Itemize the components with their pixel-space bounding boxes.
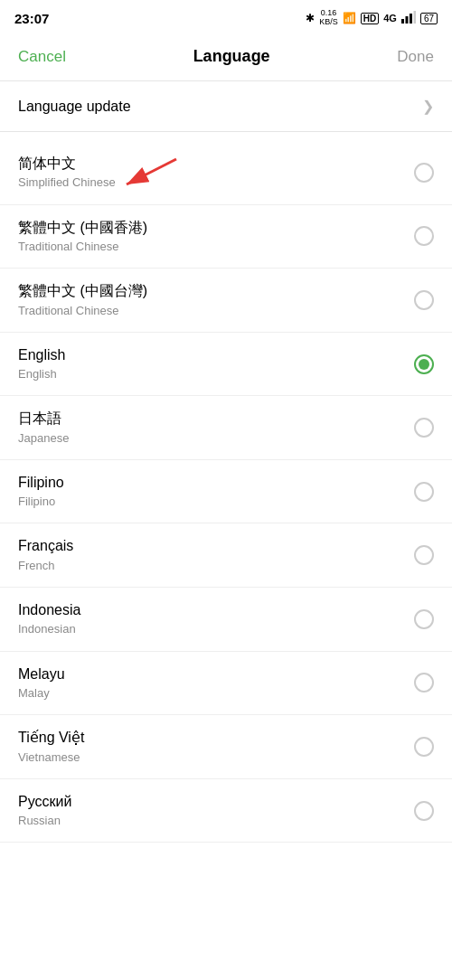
- list-item[interactable]: 简体中文 Simplified Chinese: [0, 141, 452, 205]
- page-title: Language: [193, 47, 270, 66]
- done-button[interactable]: Done: [397, 48, 434, 66]
- network-speed: 0.16KB/S: [319, 9, 338, 27]
- radio-button[interactable]: [414, 673, 434, 693]
- language-name: 简体中文: [18, 154, 116, 174]
- list-item[interactable]: Tiếng Việt Vietnamese: [0, 715, 452, 779]
- language-subtitle: Vietnamese: [18, 749, 84, 766]
- language-item-text: 简体中文 Simplified Chinese: [18, 154, 116, 192]
- radio-button[interactable]: [414, 801, 434, 821]
- radio-button[interactable]: [414, 609, 434, 629]
- status-bar: 23:07 ✱ 0.16KB/S 📶 HD 4G 67: [0, 0, 452, 33]
- list-item[interactable]: 繁體中文 (中國香港) Traditional Chinese: [0, 205, 452, 269]
- wifi-icon: 📶: [343, 12, 356, 24]
- language-subtitle: French: [18, 558, 73, 574]
- language-subtitle: Russian: [18, 813, 71, 829]
- signal-bars-icon: [401, 11, 416, 26]
- radio-button[interactable]: [414, 226, 434, 246]
- radio-button[interactable]: [414, 482, 434, 502]
- language-update-row[interactable]: Language update ❯: [0, 81, 452, 132]
- list-item[interactable]: Français French: [0, 523, 452, 588]
- language-name: Indonesia: [18, 600, 80, 620]
- language-name: 日本語: [18, 409, 69, 429]
- bluetooth-icon: ✱: [306, 12, 315, 24]
- list-item[interactable]: English English: [0, 333, 452, 397]
- language-name: 繁體中文 (中國台灣): [18, 281, 147, 301]
- chevron-right-icon: ❯: [422, 98, 434, 115]
- language-subtitle: English: [18, 366, 65, 382]
- list-item[interactable]: Filipino Filipino: [0, 460, 452, 524]
- language-subtitle: Malay: [18, 685, 65, 702]
- language-item-text: 繁體中文 (中國台灣) Traditional Chinese: [18, 281, 147, 319]
- radio-button[interactable]: [414, 163, 434, 183]
- list-item[interactable]: Русский Russian: [0, 779, 452, 843]
- language-item-text: Melayu Malay: [18, 664, 65, 702]
- svg-rect-2: [410, 14, 412, 24]
- list-item[interactable]: 繁體中文 (中國台灣) Traditional Chinese: [0, 269, 452, 333]
- status-time: 23:07: [14, 11, 49, 26]
- svg-rect-1: [405, 16, 408, 24]
- radio-button[interactable]: [414, 418, 434, 438]
- radio-button[interactable]: [414, 545, 434, 565]
- list-item[interactable]: Indonesia Indonesian: [0, 588, 452, 652]
- language-item-text: English English: [18, 345, 65, 383]
- language-item-text: Filipino Filipino: [18, 473, 64, 511]
- language-subtitle: Traditional Chinese: [18, 303, 147, 319]
- language-update-label: Language update: [18, 99, 131, 115]
- signal-icon: 4G: [383, 13, 397, 24]
- svg-line-5: [127, 159, 176, 184]
- language-name: 繁體中文 (中國香港): [18, 218, 147, 238]
- language-subtitle: Filipino: [18, 494, 64, 510]
- language-name: Tiếng Việt: [18, 728, 84, 748]
- status-icons: ✱ 0.16KB/S 📶 HD 4G 67: [306, 9, 438, 27]
- svg-rect-3: [413, 11, 416, 24]
- language-item-text: 日本語 Japanese: [18, 409, 69, 447]
- language-subtitle: Japanese: [18, 430, 69, 447]
- radio-button[interactable]: [414, 290, 434, 310]
- nav-bar: Cancel Language Done: [0, 33, 452, 81]
- language-item-text: Tiếng Việt Vietnamese: [18, 728, 84, 766]
- radio-button-selected[interactable]: [414, 354, 434, 374]
- language-name: Filipino: [18, 473, 64, 493]
- svg-rect-0: [401, 19, 404, 24]
- language-item-text: Français French: [18, 536, 73, 574]
- language-name: Русский: [18, 792, 71, 812]
- language-name: English: [18, 345, 65, 365]
- language-name: Français: [18, 536, 73, 556]
- language-subtitle: Indonesian: [18, 621, 80, 637]
- list-item[interactable]: 日本語 Japanese: [0, 396, 452, 460]
- language-item-text: Indonesia Indonesian: [18, 600, 80, 638]
- hd-badge: HD: [361, 13, 379, 24]
- cancel-button[interactable]: Cancel: [18, 48, 66, 66]
- language-name: Melayu: [18, 664, 65, 684]
- language-list: 简体中文 Simplified Chinese 繁體中文 (中國香港) Trad…: [0, 141, 452, 843]
- radio-button[interactable]: [414, 737, 434, 757]
- battery-icon: 67: [420, 13, 438, 24]
- list-item[interactable]: Melayu Malay: [0, 652, 452, 716]
- language-item-text: 繁體中文 (中國香港) Traditional Chinese: [18, 218, 147, 256]
- language-subtitle: Traditional Chinese: [18, 239, 147, 255]
- language-item-text: Русский Russian: [18, 792, 71, 830]
- language-subtitle: Simplified Chinese: [18, 174, 116, 191]
